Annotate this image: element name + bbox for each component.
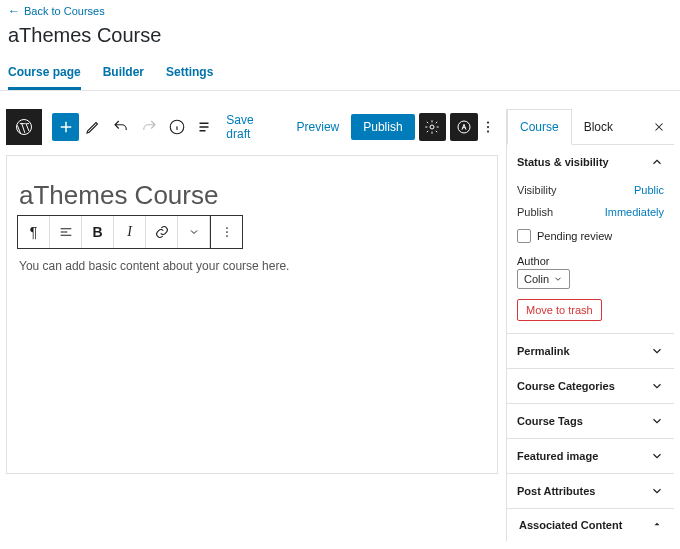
pending-review-checkbox[interactable]: [517, 229, 531, 243]
svg-point-6: [487, 130, 489, 132]
bold-button[interactable]: B: [82, 216, 114, 248]
panel-heading: Permalink: [517, 345, 570, 357]
svg-point-7: [226, 227, 228, 229]
panel-permalink-toggle[interactable]: Permalink: [507, 334, 674, 368]
wordpress-logo-button[interactable]: [6, 109, 42, 145]
post-title[interactable]: aThemes Course: [7, 180, 497, 211]
panel-post-attributes-toggle[interactable]: Post Attributes: [507, 474, 674, 508]
svg-point-8: [226, 231, 228, 233]
redo-icon: [140, 118, 158, 136]
link-button[interactable]: [146, 216, 178, 248]
settings-sidebar: Course Block Status & visibility Visibil…: [506, 109, 674, 541]
chevron-down-icon: [650, 449, 664, 463]
pending-review-label: Pending review: [537, 230, 612, 242]
edit-mode-button[interactable]: [79, 113, 107, 141]
post-body-paragraph[interactable]: You can add basic content about your cou…: [7, 259, 497, 273]
svg-point-9: [226, 235, 228, 237]
pencil-icon: [84, 118, 102, 136]
editor-topbar: Save draft Preview Publish: [6, 109, 498, 145]
italic-button[interactable]: I: [114, 216, 146, 248]
save-draft-button[interactable]: Save draft: [218, 109, 288, 145]
sidebar-tab-course[interactable]: Course: [507, 109, 572, 145]
paragraph-block-button[interactable]: ¶: [18, 216, 50, 248]
arrow-left-icon: ←: [8, 4, 20, 18]
publish-label: Publish: [517, 206, 605, 218]
panel-tags-toggle[interactable]: Course Tags: [507, 404, 674, 438]
pending-review-row[interactable]: Pending review: [517, 223, 664, 249]
visibility-value[interactable]: Public: [634, 184, 664, 196]
panel-heading: Course Categories: [517, 380, 615, 392]
preview-button[interactable]: Preview: [289, 116, 348, 138]
wordpress-icon: [14, 117, 34, 137]
panel-heading: Associated Content: [519, 519, 622, 531]
more-formatting-button[interactable]: [178, 216, 210, 248]
align-button[interactable]: [50, 216, 82, 248]
panel-categories-toggle[interactable]: Course Categories: [507, 369, 674, 403]
plus-icon: [57, 118, 75, 136]
list-icon: [195, 118, 213, 136]
more-options-button[interactable]: [478, 118, 498, 136]
info-button[interactable]: [163, 113, 191, 141]
author-select[interactable]: Colin: [517, 269, 570, 289]
panel-status-visibility-toggle[interactable]: Status & visibility: [507, 145, 674, 179]
back-to-courses-link[interactable]: ← Back to Courses: [0, 0, 113, 22]
undo-icon: [112, 118, 130, 136]
visibility-label: Visibility: [517, 184, 634, 196]
svg-point-0: [16, 120, 31, 135]
panel-heading: Status & visibility: [517, 156, 609, 168]
chevron-down-icon: [553, 274, 563, 284]
sidebar-close-button[interactable]: [644, 112, 674, 142]
undo-button[interactable]: [107, 113, 135, 141]
publish-value[interactable]: Immediately: [605, 206, 664, 218]
chevron-up-icon: [650, 155, 664, 169]
close-icon: [652, 120, 666, 134]
tab-settings[interactable]: Settings: [166, 57, 213, 90]
svg-point-3: [458, 121, 470, 133]
block-options-button[interactable]: [210, 216, 242, 248]
sidebar-tab-block[interactable]: Block: [572, 110, 625, 144]
move-to-trash-button[interactable]: Move to trash: [517, 299, 602, 321]
chevron-down-icon: [650, 344, 664, 358]
visibility-row[interactable]: Visibility Public: [517, 179, 664, 201]
info-icon: [168, 118, 186, 136]
publish-button[interactable]: Publish: [351, 114, 414, 140]
add-block-button[interactable]: [52, 113, 80, 141]
chevron-down-icon: [650, 379, 664, 393]
panel-associated-content-toggle[interactable]: Associated Content: [507, 509, 674, 541]
chevron-down-icon: [650, 484, 664, 498]
tab-course-page[interactable]: Course page: [8, 57, 81, 90]
svg-point-2: [430, 125, 434, 129]
page-title: aThemes Course: [0, 22, 680, 57]
align-icon: [58, 224, 74, 240]
panel-heading: Featured image: [517, 450, 598, 462]
link-icon: [154, 224, 170, 240]
author-label: Author: [517, 249, 664, 269]
a-circle-icon: [456, 119, 472, 135]
redo-button[interactable]: [135, 113, 163, 141]
svg-point-5: [487, 126, 489, 128]
outline-button[interactable]: [191, 113, 219, 141]
back-link-label: Back to Courses: [24, 5, 105, 17]
publish-row[interactable]: Publish Immediately: [517, 201, 664, 223]
svg-point-4: [487, 121, 489, 123]
block-toolbar: ¶ B I: [17, 215, 243, 249]
chevron-down-icon: [188, 226, 200, 238]
editor-canvas[interactable]: aThemes Course ¶ B I You can add basic c: [6, 155, 498, 474]
gear-icon: [424, 119, 440, 135]
panel-heading: Course Tags: [517, 415, 583, 427]
settings-gear-button[interactable]: [419, 113, 447, 141]
triangle-up-icon: [652, 519, 662, 529]
plugin-button[interactable]: [450, 113, 478, 141]
secondary-tabs: Course page Builder Settings: [0, 57, 680, 91]
panel-heading: Post Attributes: [517, 485, 595, 497]
author-value: Colin: [524, 273, 549, 285]
panel-featured-image-toggle[interactable]: Featured image: [507, 439, 674, 473]
chevron-down-icon: [650, 414, 664, 428]
dots-vertical-icon: [219, 224, 235, 240]
dots-vertical-icon: [479, 118, 497, 136]
tab-builder[interactable]: Builder: [103, 57, 144, 90]
